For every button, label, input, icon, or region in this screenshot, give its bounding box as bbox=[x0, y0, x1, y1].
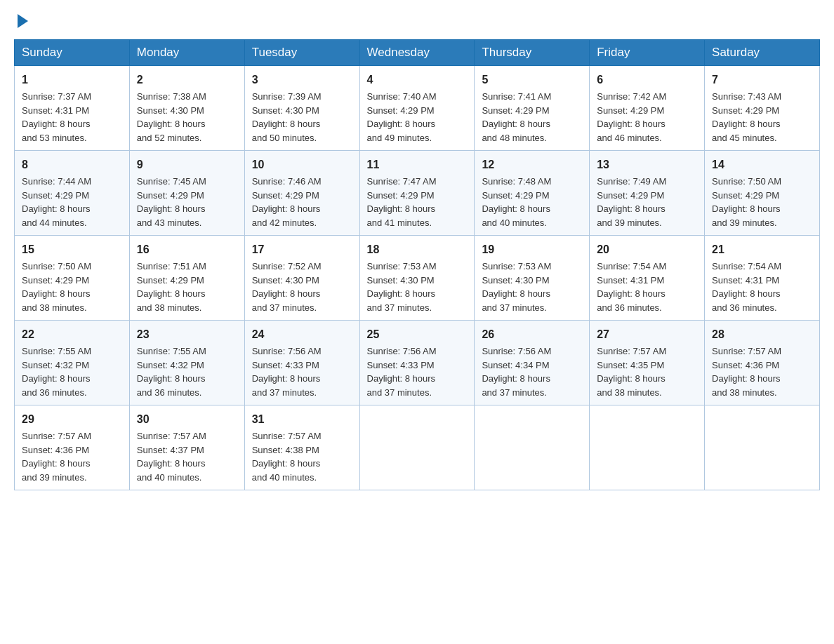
calendar-cell: 13 Sunrise: 7:49 AM Sunset: 4:29 PM Dayl… bbox=[590, 151, 705, 236]
day-sunrise: Sunrise: 7:57 AM bbox=[137, 431, 206, 441]
calendar-week-row: 29 Sunrise: 7:57 AM Sunset: 4:36 PM Dayl… bbox=[15, 405, 820, 490]
day-sunset: Sunset: 4:30 PM bbox=[137, 105, 204, 116]
day-daylight: Daylight: 8 hours and 40 minutes. bbox=[482, 203, 550, 228]
day-number: 21 bbox=[712, 241, 812, 258]
day-number: 30 bbox=[137, 411, 237, 428]
day-sunset: Sunset: 4:30 PM bbox=[252, 105, 319, 116]
day-number: 13 bbox=[597, 156, 697, 173]
day-daylight: Daylight: 8 hours and 39 minutes. bbox=[712, 203, 781, 228]
calendar-cell: 25 Sunrise: 7:56 AM Sunset: 4:33 PM Dayl… bbox=[359, 321, 475, 405]
calendar-cell: 8 Sunrise: 7:44 AM Sunset: 4:29 PM Dayli… bbox=[15, 151, 130, 236]
header bbox=[14, 14, 820, 28]
day-sunrise: Sunrise: 7:39 AM bbox=[252, 91, 322, 102]
day-sunset: Sunset: 4:35 PM bbox=[597, 360, 664, 370]
day-daylight: Daylight: 8 hours and 38 minutes. bbox=[712, 373, 781, 398]
day-daylight: Daylight: 8 hours and 37 minutes. bbox=[252, 373, 321, 398]
day-number: 18 bbox=[367, 241, 468, 258]
calendar-cell: 5 Sunrise: 7:41 AM Sunset: 4:29 PM Dayli… bbox=[475, 66, 590, 151]
day-sunset: Sunset: 4:29 PM bbox=[482, 105, 549, 116]
day-sunrise: Sunrise: 7:57 AM bbox=[252, 431, 322, 441]
calendar-cell: 2 Sunrise: 7:38 AM Sunset: 4:30 PM Dayli… bbox=[129, 66, 244, 151]
day-sunset: Sunset: 4:29 PM bbox=[22, 190, 89, 201]
day-daylight: Daylight: 8 hours and 36 minutes. bbox=[22, 373, 91, 398]
day-daylight: Daylight: 8 hours and 46 minutes. bbox=[597, 119, 666, 143]
day-sunset: Sunset: 4:31 PM bbox=[597, 275, 664, 286]
day-sunrise: Sunrise: 7:38 AM bbox=[137, 91, 206, 102]
header-tuesday: Tuesday bbox=[244, 40, 359, 66]
day-daylight: Daylight: 8 hours and 41 minutes. bbox=[367, 203, 436, 228]
day-sunrise: Sunrise: 7:45 AM bbox=[137, 176, 206, 187]
day-sunset: Sunset: 4:29 PM bbox=[367, 190, 435, 201]
day-sunset: Sunset: 4:36 PM bbox=[712, 360, 779, 370]
day-sunset: Sunset: 4:32 PM bbox=[137, 360, 204, 370]
day-sunset: Sunset: 4:29 PM bbox=[597, 105, 664, 116]
day-sunrise: Sunrise: 7:56 AM bbox=[367, 346, 437, 356]
day-number: 10 bbox=[252, 156, 352, 173]
calendar-cell: 27 Sunrise: 7:57 AM Sunset: 4:35 PM Dayl… bbox=[590, 321, 705, 405]
day-daylight: Daylight: 8 hours and 40 minutes. bbox=[252, 458, 321, 483]
calendar-week-row: 22 Sunrise: 7:55 AM Sunset: 4:32 PM Dayl… bbox=[15, 321, 820, 405]
calendar-cell: 17 Sunrise: 7:52 AM Sunset: 4:30 PM Dayl… bbox=[244, 236, 359, 321]
calendar-cell bbox=[359, 405, 475, 490]
day-sunset: Sunset: 4:36 PM bbox=[22, 445, 89, 455]
calendar-cell bbox=[590, 405, 705, 490]
day-sunrise: Sunrise: 7:55 AM bbox=[22, 346, 91, 356]
calendar-cell: 30 Sunrise: 7:57 AM Sunset: 4:37 PM Dayl… bbox=[129, 405, 244, 490]
day-number: 16 bbox=[137, 241, 237, 258]
calendar-cell bbox=[705, 405, 820, 490]
day-sunset: Sunset: 4:33 PM bbox=[367, 360, 435, 370]
day-daylight: Daylight: 8 hours and 52 minutes. bbox=[137, 119, 206, 143]
calendar-cell: 4 Sunrise: 7:40 AM Sunset: 4:29 PM Dayli… bbox=[359, 66, 475, 151]
day-daylight: Daylight: 8 hours and 39 minutes. bbox=[22, 458, 91, 483]
day-sunset: Sunset: 4:29 PM bbox=[712, 105, 779, 116]
day-sunset: Sunset: 4:34 PM bbox=[482, 360, 549, 370]
calendar-cell: 14 Sunrise: 7:50 AM Sunset: 4:29 PM Dayl… bbox=[705, 151, 820, 236]
day-sunrise: Sunrise: 7:56 AM bbox=[252, 346, 322, 356]
day-daylight: Daylight: 8 hours and 53 minutes. bbox=[22, 119, 91, 143]
day-sunrise: Sunrise: 7:49 AM bbox=[597, 176, 666, 187]
calendar-cell: 16 Sunrise: 7:51 AM Sunset: 4:29 PM Dayl… bbox=[129, 236, 244, 321]
day-daylight: Daylight: 8 hours and 44 minutes. bbox=[22, 203, 91, 228]
day-daylight: Daylight: 8 hours and 39 minutes. bbox=[597, 203, 666, 228]
day-sunrise: Sunrise: 7:57 AM bbox=[597, 346, 666, 356]
day-sunset: Sunset: 4:31 PM bbox=[712, 275, 779, 286]
day-sunset: Sunset: 4:37 PM bbox=[137, 445, 204, 455]
day-daylight: Daylight: 8 hours and 49 minutes. bbox=[367, 119, 436, 143]
calendar-cell: 22 Sunrise: 7:55 AM Sunset: 4:32 PM Dayl… bbox=[15, 321, 130, 405]
day-number: 5 bbox=[482, 72, 582, 88]
day-daylight: Daylight: 8 hours and 40 minutes. bbox=[137, 458, 206, 483]
day-number: 3 bbox=[252, 72, 352, 88]
day-sunrise: Sunrise: 7:51 AM bbox=[137, 261, 206, 271]
day-sunrise: Sunrise: 7:40 AM bbox=[367, 91, 437, 102]
calendar-cell: 24 Sunrise: 7:56 AM Sunset: 4:33 PM Dayl… bbox=[244, 321, 359, 405]
day-number: 19 bbox=[482, 241, 582, 258]
day-sunset: Sunset: 4:30 PM bbox=[252, 275, 319, 286]
day-sunrise: Sunrise: 7:57 AM bbox=[22, 431, 91, 441]
day-sunset: Sunset: 4:29 PM bbox=[137, 275, 204, 286]
day-sunset: Sunset: 4:38 PM bbox=[252, 445, 319, 455]
calendar-cell: 11 Sunrise: 7:47 AM Sunset: 4:29 PM Dayl… bbox=[359, 151, 475, 236]
day-daylight: Daylight: 8 hours and 38 minutes. bbox=[137, 288, 206, 313]
calendar-cell: 7 Sunrise: 7:43 AM Sunset: 4:29 PM Dayli… bbox=[705, 66, 820, 151]
header-monday: Monday bbox=[129, 40, 244, 66]
day-number: 4 bbox=[367, 72, 468, 88]
day-daylight: Daylight: 8 hours and 36 minutes. bbox=[597, 288, 666, 313]
day-daylight: Daylight: 8 hours and 37 minutes. bbox=[252, 288, 321, 313]
calendar-cell: 18 Sunrise: 7:53 AM Sunset: 4:30 PM Dayl… bbox=[359, 236, 475, 321]
calendar-cell: 1 Sunrise: 7:37 AM Sunset: 4:31 PM Dayli… bbox=[15, 66, 130, 151]
day-sunrise: Sunrise: 7:52 AM bbox=[252, 261, 322, 271]
calendar-cell bbox=[475, 405, 590, 490]
day-daylight: Daylight: 8 hours and 38 minutes. bbox=[22, 288, 91, 313]
calendar-cell: 28 Sunrise: 7:57 AM Sunset: 4:36 PM Dayl… bbox=[705, 321, 820, 405]
day-sunset: Sunset: 4:29 PM bbox=[252, 190, 319, 201]
day-number: 14 bbox=[712, 156, 812, 173]
day-number: 17 bbox=[252, 241, 352, 258]
day-number: 26 bbox=[482, 326, 582, 343]
day-sunrise: Sunrise: 7:42 AM bbox=[597, 91, 666, 102]
day-sunrise: Sunrise: 7:57 AM bbox=[712, 346, 781, 356]
day-sunrise: Sunrise: 7:50 AM bbox=[712, 176, 781, 187]
day-sunset: Sunset: 4:30 PM bbox=[367, 275, 435, 286]
day-number: 28 bbox=[712, 326, 812, 343]
day-sunrise: Sunrise: 7:50 AM bbox=[22, 261, 91, 271]
day-sunrise: Sunrise: 7:53 AM bbox=[367, 261, 437, 271]
